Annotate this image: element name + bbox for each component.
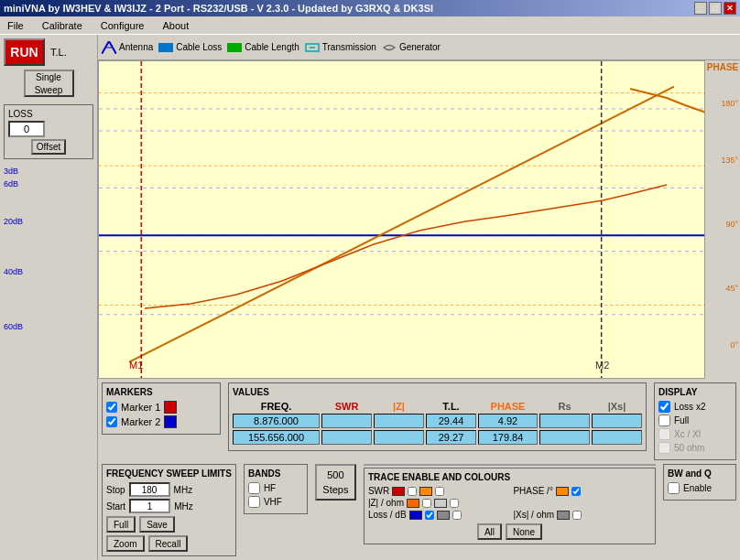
phase-title: PHASE <box>705 62 740 72</box>
loss-group: LOSS Offset <box>4 104 93 159</box>
values-group: VALUES FREQ. SWR |Z| T.L. PHASE Rs |Xs| … <box>228 382 647 451</box>
bottom-row2: FREQUENCY SWEEP LIMITS Stop MHz Start MH… <box>102 464 736 556</box>
trace-swr-checkbox2[interactable] <box>435 487 444 496</box>
all-button[interactable]: All <box>477 523 502 540</box>
band-hf: HF <box>248 482 303 494</box>
legend-cable-length: Cable Length <box>227 42 299 52</box>
steps-button[interactable]: 500 Steps <box>315 464 356 501</box>
val-iz-2 <box>374 430 424 445</box>
title-bar: miniVNA by IW3HEV & IW3IJZ - 2 Port - RS… <box>0 0 740 16</box>
cable-length-dot <box>227 43 242 52</box>
trace-ixs-checkbox[interactable] <box>572 511 582 520</box>
legend-transmission-label: Transmission <box>322 42 376 52</box>
menu-calibrate[interactable]: Calibrate <box>37 18 88 33</box>
col-phase: PHASE <box>478 401 538 412</box>
phase-0: 0° <box>730 340 738 350</box>
title-text: miniVNA by IW3HEV & IW3IJZ - 2 Port - RS… <box>4 3 433 14</box>
trace-phase: PHASE /° <box>513 486 651 496</box>
disp-50ohm-label: 50 ohm <box>674 443 704 453</box>
band-hf-checkbox[interactable] <box>248 482 260 494</box>
freq-stop-mhz: MHz <box>174 485 193 495</box>
markers-group: MARKERS Marker 1 Marker 2 <box>102 382 221 435</box>
trace-loss-checkbox2[interactable] <box>452 511 462 520</box>
legend-transmission: Transmission <box>305 41 376 54</box>
legend-cable-loss-label: Cable Loss <box>176 42 222 52</box>
val-iz-1 <box>374 414 424 428</box>
transmission-icon <box>305 41 320 54</box>
chart-area: Antenna Cable Loss Cable Length Transmis… <box>98 35 740 560</box>
disp-xc-xl-label: Xc / Xl <box>674 429 701 439</box>
disp-full-checkbox[interactable] <box>658 415 670 426</box>
legend-antenna: Antenna <box>102 41 153 54</box>
trace-group: TRACE ENABLE AND COLOURS SWR <box>364 468 656 544</box>
main-content: RUN T.L. SingleSweep LOSS Offset 3dB 6dB… <box>0 35 740 560</box>
menu-about[interactable]: About <box>157 18 194 33</box>
window-controls: _ □ ✕ <box>694 2 736 15</box>
band-vhf-checkbox[interactable] <box>248 496 260 508</box>
freq-stop-label: Stop <box>106 485 125 495</box>
freq-stop-input[interactable] <box>129 482 170 497</box>
value-row-2: 155.656.000 29.27 179.84 <box>233 430 642 445</box>
marker1-checkbox[interactable] <box>106 402 117 413</box>
bands-title: BANDS <box>248 468 303 479</box>
trace-iz-checkbox2[interactable] <box>450 499 459 508</box>
svg-text:M2: M2 <box>595 360 609 371</box>
val-freq-1: 8.876.000 <box>233 414 320 428</box>
offset-button[interactable]: Offset <box>31 139 67 155</box>
steps-container: 500 Steps <box>315 464 356 501</box>
single-sweep-button[interactable]: SingleSweep <box>24 70 74 97</box>
antenna-icon <box>102 41 116 54</box>
trace-loss-checkbox[interactable] <box>425 511 434 520</box>
disp-50ohm-checkbox[interactable] <box>658 442 670 454</box>
trace-empty <box>513 498 651 508</box>
trace-grid: SWR PHASE /° <box>368 486 651 520</box>
freq-sweep-group: FREQUENCY SWEEP LIMITS Stop MHz Start MH… <box>102 464 236 556</box>
disp-full-label: Full <box>674 415 689 425</box>
trace-iz-checkbox[interactable] <box>422 499 431 508</box>
freq-sweep-buttons2: Zoom Recall <box>106 535 232 552</box>
trace-swr-color2 <box>419 487 432 496</box>
trace-iz-color <box>407 499 419 508</box>
all-none-row: All None <box>368 523 651 540</box>
disp-full: Full <box>658 415 732 426</box>
run-button[interactable]: RUN <box>4 38 45 66</box>
bw-group: BW and Q Enable <box>663 464 736 501</box>
yellow-bar <box>364 464 656 466</box>
run-row: RUN T.L. <box>4 38 93 66</box>
freq-start-input[interactable] <box>129 499 170 513</box>
legend-antenna-label: Antenna <box>119 42 153 52</box>
markers-title: MARKERS <box>106 387 216 397</box>
save-button[interactable]: Save <box>139 516 175 533</box>
col-swr: SWR <box>321 401 372 412</box>
bottom-row1: MARKERS Marker 1 Marker 2 VALUES <box>102 382 736 460</box>
val-ixs-2 <box>592 430 642 445</box>
menu-configure[interactable]: Configure <box>95 18 150 33</box>
marker2-row: Marker 2 <box>106 415 216 428</box>
loss-input[interactable] <box>8 121 45 137</box>
disp-loss-x2-checkbox[interactable] <box>658 401 670 413</box>
close-button[interactable]: ✕ <box>724 2 736 15</box>
legend-generator-label: Generator <box>399 42 441 52</box>
val-rs-2 <box>539 430 590 445</box>
db-label-20: 20dB <box>4 217 23 226</box>
menu-file[interactable]: File <box>2 18 29 33</box>
bw-enable-checkbox[interactable] <box>668 482 680 494</box>
minimize-button[interactable]: _ <box>694 2 707 15</box>
trace-swr-checkbox[interactable] <box>408 487 417 496</box>
cable-loss-dot <box>158 43 173 52</box>
trace-loss: Loss / dB <box>368 510 506 520</box>
band-vhf: VHF <box>248 496 303 508</box>
val-tl-1: 29.44 <box>426 414 476 428</box>
zoom-button[interactable]: Zoom <box>106 535 145 552</box>
recall-button[interactable]: Recall <box>148 535 189 552</box>
trace-iz: |Z| / ohm <box>368 498 506 508</box>
trace-phase-checkbox[interactable] <box>571 487 581 496</box>
full-button[interactable]: Full <box>106 516 136 533</box>
disp-xc-xl-checkbox[interactable] <box>658 428 670 440</box>
maximize-button[interactable]: □ <box>709 2 722 15</box>
left-panel: RUN T.L. SingleSweep LOSS Offset 3dB 6dB… <box>0 35 98 560</box>
marker2-checkbox[interactable] <box>106 416 117 427</box>
val-swr-2 <box>321 430 372 445</box>
val-phase-2: 179.84 <box>478 430 538 445</box>
none-button[interactable]: None <box>506 523 542 540</box>
